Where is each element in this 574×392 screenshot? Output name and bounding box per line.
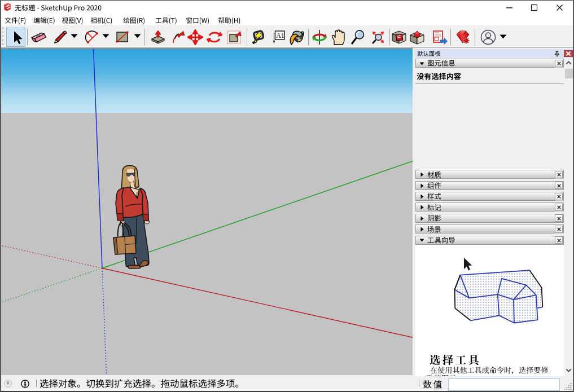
svg-text:A1: A1 [276, 32, 284, 39]
